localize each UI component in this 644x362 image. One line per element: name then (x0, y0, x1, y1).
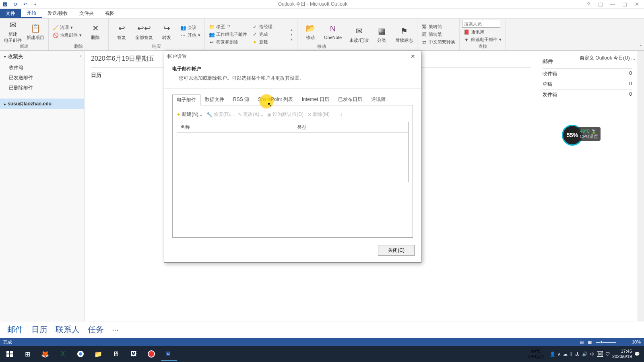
tray-notifications-icon[interactable]: 💬 (634, 352, 640, 357)
reply-button[interactable]: ↩答复 (111, 23, 132, 41)
taskbar-temp-widget[interactable]: 49℃ CPU温度 (528, 349, 544, 359)
mail-icon: ✉ (7, 19, 19, 31)
tray-m-icon[interactable]: M (597, 351, 603, 357)
forward-button[interactable]: ↪转发 (156, 23, 177, 41)
dlg-tab-rss[interactable]: RSS 源 (229, 94, 254, 105)
clean-button[interactable]: 🧹清理 ▾ (51, 24, 83, 31)
help-icon[interactable]: ? (584, 1, 592, 7)
status-view-normal-icon[interactable]: ▤ (580, 339, 584, 345)
to-simplified-button[interactable]: 繁繁转简 (420, 23, 457, 30)
categorize-button[interactable]: ▦分类 (371, 25, 392, 43)
nav-deleted[interactable]: 已删除邮件 (0, 83, 84, 93)
qat-customize-icon[interactable]: ▾ (31, 1, 39, 8)
taskbar-outlook-icon[interactable]: O (161, 347, 177, 361)
done-button[interactable]: ✓完成 (250, 31, 289, 38)
nav-sent[interactable]: 已发送邮件 (0, 73, 84, 83)
taskbar-app-3-icon[interactable]: 🖼 (126, 347, 142, 361)
status-view-reading-icon[interactable]: ▦ (588, 339, 592, 345)
more-button[interactable]: ⋯其他 ▾ (179, 32, 202, 39)
tray-clock[interactable]: 17:45 2020/6/19 (612, 349, 632, 359)
tray-onedrive-icon[interactable]: ☁ (563, 352, 568, 357)
quicksteps-launcher-icon[interactable]: ▾ (291, 37, 295, 41)
cn-convert-button[interactable]: ⇄中文简繁转换 (420, 39, 457, 45)
tab-file[interactable]: 文件 (0, 9, 21, 18)
addressbook-button[interactable]: 📕通讯簿 (462, 29, 503, 35)
navbar-calendar[interactable]: 日历 (31, 324, 47, 335)
onenote-button[interactable]: NOneNote (322, 23, 343, 40)
dialog-close-footer-button[interactable]: 关闭(C) (378, 245, 415, 256)
taskview-icon[interactable]: ⊞ (19, 347, 35, 361)
nav-inbox[interactable]: 收件箱 (0, 63, 84, 73)
ribbon-options-icon[interactable]: ▢ (597, 1, 605, 7)
taskbar-app-2-icon[interactable]: 🖥 (108, 347, 124, 361)
nav-collapse-icon[interactable]: ‹ (80, 53, 82, 59)
team-email-button[interactable]: 👥工作组电子邮件 (207, 31, 249, 38)
moveto-button[interactable]: 📁移至: ? (207, 23, 249, 30)
search-people-input[interactable] (462, 20, 500, 28)
maximize-icon[interactable]: ▢ (621, 1, 629, 7)
filter-email-button[interactable]: ▼筛选电子邮件 ▾ (462, 36, 503, 43)
tab-view[interactable]: 视图 (99, 9, 120, 18)
summary-drafts[interactable]: 草稿0 (543, 79, 632, 90)
move-button[interactable]: 📂移动 (300, 23, 321, 41)
quicksteps-up-icon[interactable]: ▴ (291, 28, 295, 32)
customize-today-link[interactable]: 自定义 Outlook 今日(U) ... (580, 55, 635, 62)
tray-volume-icon[interactable]: 🔊 (582, 352, 588, 357)
navbar-more[interactable]: ··· (112, 325, 119, 334)
account-list-table[interactable]: 名称 类型 (177, 122, 409, 182)
content-scrollbar[interactable] (638, 51, 644, 321)
reply-all-button[interactable]: ↩↩全部答复 (134, 23, 155, 41)
qat-sendreceive-icon[interactable]: ⟳ (12, 1, 19, 8)
tray-network-icon[interactable]: 🖧 (575, 352, 580, 356)
followup-button[interactable]: ⚑后续标志 (394, 25, 415, 43)
dlg-tab-internetcal[interactable]: Internet 日历 (297, 94, 334, 105)
new-quick-button[interactable]: ✦新建 (250, 39, 289, 45)
tomanager-button[interactable]: ✓给经理 (250, 23, 289, 30)
summary-outbox[interactable]: 发件箱0 (543, 90, 632, 100)
tray-shield-icon[interactable]: 🛡 (605, 352, 610, 356)
zoom-level[interactable]: 10% (632, 339, 641, 344)
account-new-button[interactable]: ✦新建(N)... (177, 111, 202, 118)
ribbon-collapse-icon[interactable]: ⌃ (639, 44, 642, 49)
taskbar-chrome-icon[interactable] (72, 347, 89, 361)
meeting-button[interactable]: 👥会议 (179, 24, 202, 31)
taskbar-explorer-icon[interactable]: 📁 (90, 347, 106, 361)
dlg-tab-sharepoint[interactable]: SharePoint 列表 (254, 94, 297, 105)
tray-bluetooth-icon[interactable]: ᛒ (570, 352, 573, 356)
taskbar-app-1-icon[interactable]: 🦊 (37, 347, 53, 361)
tray-ime-icon[interactable]: 中 (590, 351, 594, 357)
tray-chevron-icon[interactable]: ʌ (558, 352, 561, 357)
nav-account[interactable]: ▸susu@laozhao.edu (0, 99, 84, 109)
start-button[interactable] (2, 347, 18, 361)
tab-home[interactable]: 开始 (21, 9, 42, 18)
to-traditional-button[interactable]: 简简转繁 (420, 31, 457, 38)
quicksteps-down-icon[interactable]: ▾ (291, 33, 295, 37)
minimize-icon[interactable]: — (609, 1, 617, 7)
zoom-slider[interactable]: —●——— (596, 339, 628, 344)
new-item-button[interactable]: 📋 新建项目 (25, 23, 46, 41)
new-email-button[interactable]: ✉ 新建 电子邮件 (2, 19, 23, 43)
navbar-contacts[interactable]: 联系人 (56, 324, 80, 335)
replydelete-button[interactable]: ↩答复和删除 (207, 39, 249, 45)
dlg-tab-email[interactable]: 电子邮件 (172, 95, 200, 105)
favorites-header[interactable]: ▾收藏夹 (0, 51, 84, 63)
taskbar-excel-icon[interactable]: X (55, 347, 71, 361)
unread-button[interactable]: ✉未读/已读 (349, 25, 369, 43)
dlg-tab-addressbooks[interactable]: 通讯簿 (367, 94, 390, 105)
tab-sendreceive[interactable]: 发送/接收 (42, 9, 74, 18)
qat-undo-icon[interactable]: ↶ (22, 1, 29, 8)
dlg-tab-datafiles[interactable]: 数据文件 (200, 94, 229, 105)
tab-folder[interactable]: 文件夹 (74, 9, 99, 18)
cpu-temp-widget[interactable]: 49℃ 🍃 CPU温度 (578, 127, 601, 141)
dlg-tab-publishedcal[interactable]: 已发布日历 (334, 94, 367, 105)
navbar-tasks[interactable]: 任务 (88, 324, 104, 335)
navbar-mail[interactable]: 邮件 (7, 324, 23, 335)
meeting-icon: 👥 (180, 25, 186, 31)
dialog-close-button[interactable]: ✕ (408, 53, 418, 60)
close-window-icon[interactable]: ✕ (633, 1, 641, 7)
delete-button[interactable]: ✕ 删除 (85, 23, 106, 41)
taskbar-record-icon[interactable] (143, 347, 159, 361)
tray-people-icon[interactable]: 👤 (550, 352, 555, 357)
summary-inbox[interactable]: 收件箱0 (543, 69, 632, 79)
junk-button[interactable]: 🚫垃圾邮件 ▾ (51, 32, 83, 39)
